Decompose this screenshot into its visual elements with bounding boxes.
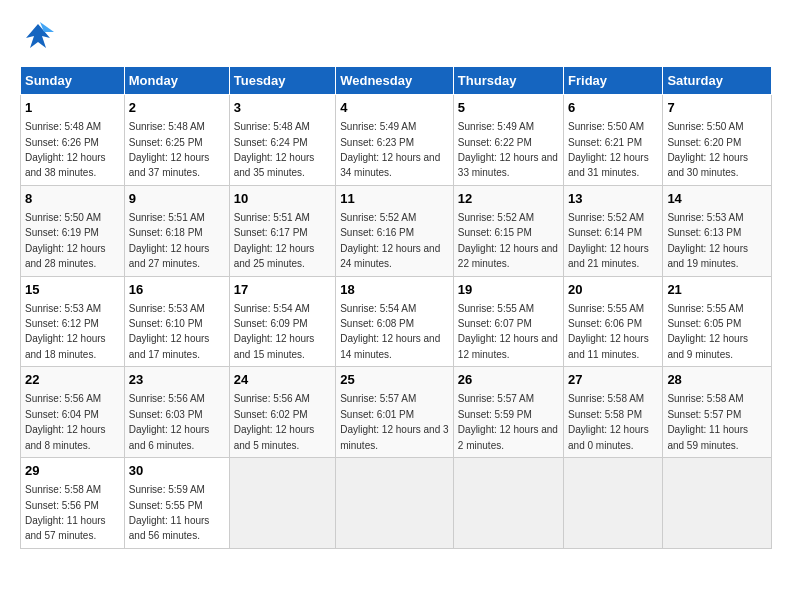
day-info: Sunrise: 5:59 AMSunset: 5:55 PMDaylight:… (129, 484, 210, 541)
day-number: 1 (25, 99, 120, 117)
day-number: 4 (340, 99, 449, 117)
calendar-cell (663, 458, 772, 549)
day-info: Sunrise: 5:51 AMSunset: 6:18 PMDaylight:… (129, 212, 210, 269)
day-number: 6 (568, 99, 658, 117)
calendar-cell: 10 Sunrise: 5:51 AMSunset: 6:17 PMDaylig… (229, 185, 335, 276)
logo-icon (20, 20, 56, 56)
day-number: 24 (234, 371, 331, 389)
week-row-3: 15 Sunrise: 5:53 AMSunset: 6:12 PMDaylig… (21, 276, 772, 367)
calendar-cell: 24 Sunrise: 5:56 AMSunset: 6:02 PMDaylig… (229, 367, 335, 458)
weekday-header-wednesday: Wednesday (336, 67, 454, 95)
page-header (20, 20, 772, 56)
calendar-cell: 22 Sunrise: 5:56 AMSunset: 6:04 PMDaylig… (21, 367, 125, 458)
day-info: Sunrise: 5:58 AMSunset: 5:57 PMDaylight:… (667, 393, 748, 450)
week-row-1: 1 Sunrise: 5:48 AMSunset: 6:26 PMDayligh… (21, 95, 772, 186)
day-info: Sunrise: 5:48 AMSunset: 6:26 PMDaylight:… (25, 121, 106, 178)
day-number: 25 (340, 371, 449, 389)
calendar-cell: 11 Sunrise: 5:52 AMSunset: 6:16 PMDaylig… (336, 185, 454, 276)
day-number: 14 (667, 190, 767, 208)
calendar-cell: 5 Sunrise: 5:49 AMSunset: 6:22 PMDayligh… (453, 95, 563, 186)
day-number: 29 (25, 462, 120, 480)
calendar-cell: 7 Sunrise: 5:50 AMSunset: 6:20 PMDayligh… (663, 95, 772, 186)
day-number: 15 (25, 281, 120, 299)
weekday-header-tuesday: Tuesday (229, 67, 335, 95)
calendar-cell: 18 Sunrise: 5:54 AMSunset: 6:08 PMDaylig… (336, 276, 454, 367)
day-info: Sunrise: 5:48 AMSunset: 6:24 PMDaylight:… (234, 121, 315, 178)
day-number: 12 (458, 190, 559, 208)
logo (20, 20, 62, 56)
weekday-header-saturday: Saturday (663, 67, 772, 95)
day-info: Sunrise: 5:55 AMSunset: 6:05 PMDaylight:… (667, 303, 748, 360)
calendar-cell: 6 Sunrise: 5:50 AMSunset: 6:21 PMDayligh… (564, 95, 663, 186)
calendar-cell: 19 Sunrise: 5:55 AMSunset: 6:07 PMDaylig… (453, 276, 563, 367)
calendar-cell: 20 Sunrise: 5:55 AMSunset: 6:06 PMDaylig… (564, 276, 663, 367)
day-number: 30 (129, 462, 225, 480)
calendar-cell: 29 Sunrise: 5:58 AMSunset: 5:56 PMDaylig… (21, 458, 125, 549)
calendar-cell: 14 Sunrise: 5:53 AMSunset: 6:13 PMDaylig… (663, 185, 772, 276)
day-number: 21 (667, 281, 767, 299)
day-info: Sunrise: 5:54 AMSunset: 6:08 PMDaylight:… (340, 303, 440, 360)
week-row-2: 8 Sunrise: 5:50 AMSunset: 6:19 PMDayligh… (21, 185, 772, 276)
day-number: 19 (458, 281, 559, 299)
day-number: 5 (458, 99, 559, 117)
day-info: Sunrise: 5:58 AMSunset: 5:56 PMDaylight:… (25, 484, 106, 541)
calendar-cell: 25 Sunrise: 5:57 AMSunset: 6:01 PMDaylig… (336, 367, 454, 458)
calendar-cell (229, 458, 335, 549)
calendar-cell: 13 Sunrise: 5:52 AMSunset: 6:14 PMDaylig… (564, 185, 663, 276)
day-info: Sunrise: 5:50 AMSunset: 6:21 PMDaylight:… (568, 121, 649, 178)
day-info: Sunrise: 5:49 AMSunset: 6:23 PMDaylight:… (340, 121, 440, 178)
day-number: 17 (234, 281, 331, 299)
calendar-cell: 16 Sunrise: 5:53 AMSunset: 6:10 PMDaylig… (124, 276, 229, 367)
calendar-cell: 17 Sunrise: 5:54 AMSunset: 6:09 PMDaylig… (229, 276, 335, 367)
weekday-header-row: SundayMondayTuesdayWednesdayThursdayFrid… (21, 67, 772, 95)
calendar-cell: 28 Sunrise: 5:58 AMSunset: 5:57 PMDaylig… (663, 367, 772, 458)
weekday-header-friday: Friday (564, 67, 663, 95)
calendar-cell: 4 Sunrise: 5:49 AMSunset: 6:23 PMDayligh… (336, 95, 454, 186)
day-info: Sunrise: 5:57 AMSunset: 5:59 PMDaylight:… (458, 393, 558, 450)
calendar-cell: 9 Sunrise: 5:51 AMSunset: 6:18 PMDayligh… (124, 185, 229, 276)
day-info: Sunrise: 5:50 AMSunset: 6:20 PMDaylight:… (667, 121, 748, 178)
week-row-5: 29 Sunrise: 5:58 AMSunset: 5:56 PMDaylig… (21, 458, 772, 549)
weekday-header-sunday: Sunday (21, 67, 125, 95)
day-info: Sunrise: 5:52 AMSunset: 6:15 PMDaylight:… (458, 212, 558, 269)
day-info: Sunrise: 5:56 AMSunset: 6:04 PMDaylight:… (25, 393, 106, 450)
day-number: 27 (568, 371, 658, 389)
day-info: Sunrise: 5:49 AMSunset: 6:22 PMDaylight:… (458, 121, 558, 178)
calendar-cell (453, 458, 563, 549)
day-info: Sunrise: 5:56 AMSunset: 6:02 PMDaylight:… (234, 393, 315, 450)
calendar-cell: 27 Sunrise: 5:58 AMSunset: 5:58 PMDaylig… (564, 367, 663, 458)
calendar-cell: 23 Sunrise: 5:56 AMSunset: 6:03 PMDaylig… (124, 367, 229, 458)
day-info: Sunrise: 5:53 AMSunset: 6:13 PMDaylight:… (667, 212, 748, 269)
day-number: 2 (129, 99, 225, 117)
day-info: Sunrise: 5:53 AMSunset: 6:10 PMDaylight:… (129, 303, 210, 360)
day-info: Sunrise: 5:58 AMSunset: 5:58 PMDaylight:… (568, 393, 649, 450)
day-number: 13 (568, 190, 658, 208)
day-number: 18 (340, 281, 449, 299)
day-info: Sunrise: 5:53 AMSunset: 6:12 PMDaylight:… (25, 303, 106, 360)
weekday-header-thursday: Thursday (453, 67, 563, 95)
calendar-cell: 3 Sunrise: 5:48 AMSunset: 6:24 PMDayligh… (229, 95, 335, 186)
day-info: Sunrise: 5:54 AMSunset: 6:09 PMDaylight:… (234, 303, 315, 360)
day-number: 9 (129, 190, 225, 208)
day-number: 8 (25, 190, 120, 208)
day-info: Sunrise: 5:55 AMSunset: 6:06 PMDaylight:… (568, 303, 649, 360)
calendar-cell: 1 Sunrise: 5:48 AMSunset: 6:26 PMDayligh… (21, 95, 125, 186)
day-info: Sunrise: 5:52 AMSunset: 6:14 PMDaylight:… (568, 212, 649, 269)
day-number: 3 (234, 99, 331, 117)
day-info: Sunrise: 5:51 AMSunset: 6:17 PMDaylight:… (234, 212, 315, 269)
day-number: 28 (667, 371, 767, 389)
day-number: 11 (340, 190, 449, 208)
calendar-cell: 15 Sunrise: 5:53 AMSunset: 6:12 PMDaylig… (21, 276, 125, 367)
calendar-table: SundayMondayTuesdayWednesdayThursdayFrid… (20, 66, 772, 549)
day-info: Sunrise: 5:55 AMSunset: 6:07 PMDaylight:… (458, 303, 558, 360)
weekday-header-monday: Monday (124, 67, 229, 95)
calendar-cell: 8 Sunrise: 5:50 AMSunset: 6:19 PMDayligh… (21, 185, 125, 276)
day-info: Sunrise: 5:57 AMSunset: 6:01 PMDaylight:… (340, 393, 448, 450)
day-number: 22 (25, 371, 120, 389)
day-number: 7 (667, 99, 767, 117)
day-info: Sunrise: 5:48 AMSunset: 6:25 PMDaylight:… (129, 121, 210, 178)
day-number: 26 (458, 371, 559, 389)
calendar-cell: 21 Sunrise: 5:55 AMSunset: 6:05 PMDaylig… (663, 276, 772, 367)
day-number: 16 (129, 281, 225, 299)
day-info: Sunrise: 5:52 AMSunset: 6:16 PMDaylight:… (340, 212, 440, 269)
